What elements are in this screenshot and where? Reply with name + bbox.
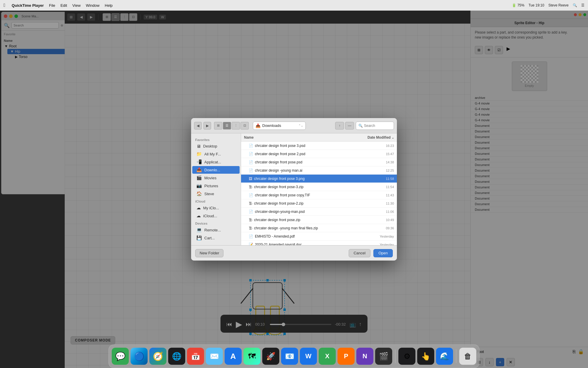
sidebar-item-my-icloud[interactable]: ☁ My iClo... [192, 204, 240, 212]
file-name-5: chrcater design front pose-3.zip [254, 185, 353, 189]
cart-icon: 💾 [196, 235, 202, 241]
menu-help[interactable]: Help [105, 3, 113, 8]
dock-separator [395, 349, 395, 363]
dialog-content[interactable]: Name Date Modified ⌄ 📄 chrcater design f… [241, 133, 397, 245]
dock-excel[interactable]: X [319, 348, 336, 365]
new-folder-button[interactable]: New Folder [195, 249, 223, 257]
file-date-2: 14:38 [353, 160, 394, 164]
dialog-view-list[interactable]: ☰ [223, 122, 231, 130]
dock-outlook[interactable]: 📧 [281, 348, 298, 365]
file-row-1[interactable]: 📄 chrcater design front pose 2.psd 15:47 [241, 150, 397, 158]
dock-launchpad[interactable]: 🚀 [262, 348, 279, 365]
file-name-1: chrcater design front pose 2.psd [255, 152, 353, 156]
file-name-8: chrcater-design-young-man.psd [255, 210, 353, 214]
remote-icon: 💻 [196, 227, 202, 233]
dialog-view-col[interactable]: ⋮ [232, 122, 240, 130]
dialog-back-btn[interactable]: ◀ [194, 122, 202, 130]
file-name-10: chrcater design -young man final files.z… [254, 226, 353, 230]
applications-icon: 📲 [196, 159, 202, 165]
file-row-6[interactable]: 📄 chrcater design front pose copy.TIF 11… [241, 191, 397, 199]
sidebar-item-steve[interactable]: 🏠 Steve [192, 190, 240, 198]
dock-appstore[interactable]: A [225, 348, 242, 365]
sidebar-item-remote[interactable]: 💻 Remote... [192, 226, 240, 234]
file-row-2[interactable]: 📄 chrcater design front pose.psd 14:38 [241, 158, 397, 166]
menu-file[interactable]: File [49, 3, 55, 8]
dock-calendar[interactable]: 📅 [187, 348, 204, 365]
menu-bar:  QuickTime Player File Edit View Window… [0, 0, 588, 11]
sidebar-item-desktop[interactable]: 🖥 Desktop [192, 142, 240, 150]
file-row-3[interactable]: 📄 chrcater design -young man.ai 12:25 [241, 166, 397, 175]
dock-mail[interactable]: ✉️ [206, 348, 223, 365]
file-name-12: 2020-21 Amended payroll.doc [255, 243, 353, 246]
sidebar-item-cart[interactable]: 💾 Cart... [192, 234, 240, 242]
apple-menu[interactable]:  [4, 3, 5, 8]
menu-window[interactable]: Window [86, 3, 99, 8]
file-date-6: 11:43 [353, 193, 394, 197]
dock-maps[interactable]: 🗺 [243, 348, 260, 365]
file-row-8[interactable]: 📄 chrcater-design-young-man.psd 11:06 [241, 208, 397, 216]
dock-preferences[interactable]: ⚙ [398, 348, 415, 365]
file-row-0[interactable]: 📄 chrcater design front pose 3.psd 16:23 [241, 142, 397, 150]
dock-imovie[interactable]: 🎬 [375, 348, 392, 365]
cancel-button[interactable]: Cancel [349, 249, 370, 257]
dialog-search[interactable]: 🔍 [356, 122, 394, 130]
sidebar-item-applications[interactable]: 📲 Applicat... [192, 158, 240, 166]
col-sort-arrow[interactable]: ⌄ [392, 136, 394, 139]
file-date-3: 12:25 [353, 169, 394, 172]
dock-powerpoint[interactable]: P [338, 348, 355, 365]
sidebar-item-downloads[interactable]: 📥 Downlo... [192, 166, 240, 174]
dock-trash[interactable]: 🗑 [459, 348, 476, 365]
dock-chrome[interactable]: 🌐 [168, 348, 185, 365]
dialog-more-btn[interactable]: — [345, 122, 354, 130]
icloud-drive-icon: ☁ [196, 213, 201, 218]
dialog-location: 📥 Downloads ⌃⌄ [253, 122, 331, 130]
file-icon-7: 🗜 [249, 201, 252, 205]
open-button[interactable]: Open [373, 249, 393, 257]
file-icon-5: 🗜 [249, 185, 252, 189]
sidebar-item-my-icloud-label: My iClo... [203, 206, 219, 210]
file-row-12[interactable]: 📝 2020-21 Amended payroll.doc Yesterday [241, 241, 397, 245]
menubar-control-icon[interactable]: ☰ [581, 3, 584, 7]
menu-edit[interactable]: Edit [61, 3, 67, 8]
sidebar-item-icloud-drive[interactable]: ☁ iCloud... [192, 212, 240, 220]
dock-word[interactable]: W [300, 348, 317, 365]
file-name-7: chrcater design front pose-2.zip [254, 201, 353, 205]
dock-safari[interactable]: 🧭 [149, 348, 166, 365]
menu-view[interactable]: View [72, 3, 81, 8]
file-row-9[interactable]: 🗜 chrcater design front pose.zip 10:49 [241, 216, 397, 224]
sidebar-item-movies[interactable]: 🎬 Movies [192, 174, 240, 182]
dock-messages[interactable]: 💬 [112, 348, 129, 365]
file-row-4[interactable]: 🖼 chrcater design front pose 3.png 11:58 [241, 175, 397, 183]
dock-touchid[interactable]: 👆 [417, 348, 434, 365]
file-row-5[interactable]: 🗜 chrcater design front pose-3.zip 11:54 [241, 183, 397, 191]
file-row-7[interactable]: 🗜 chrcater design front pose-2.zip 11:30 [241, 199, 397, 208]
file-icon-4: 🖼 [249, 177, 252, 181]
file-icon-10: 🗜 [249, 226, 252, 230]
dialog-location-box[interactable]: 📥 Downloads ⌃⌄ [253, 122, 306, 130]
file-icon-8: 📄 [249, 210, 253, 214]
sidebar-item-all-files[interactable]: 📁 All My F... [192, 150, 240, 158]
sidebar-item-movies-label: Movies [204, 176, 216, 180]
dock-onenote[interactable]: N [356, 348, 373, 365]
dock-mercury[interactable]: 🌊 [436, 348, 453, 365]
devices-label: Devices [191, 220, 241, 226]
dialog-view-icon[interactable]: ⊞ [214, 122, 222, 130]
dialog-sidebar: Favorites 🖥 Desktop 📁 All My F... 📲 Appl… [191, 133, 241, 245]
menubar-search-icon[interactable]: 🔍 [573, 3, 577, 7]
file-row-11[interactable]: 📄 EMHISTD - Amended.pdf Yesterday [241, 232, 397, 241]
sidebar-item-pictures[interactable]: 📷 Pictures [192, 182, 240, 190]
dialog-search-input[interactable] [364, 124, 387, 128]
dialog-view-cover[interactable]: ⊡ [240, 122, 249, 130]
file-icon-6: 📄 [249, 193, 253, 197]
file-row-10[interactable]: 🗜 chrcater design -young man final files… [241, 224, 397, 232]
sidebar-item-applications-label: Applicat... [204, 160, 221, 164]
sidebar-item-remote-label: Remote... [204, 228, 221, 232]
file-date-4: 11:58 [353, 177, 394, 180]
desktop-icon: 🖥 [196, 144, 201, 149]
dock-finder[interactable]: 🔵 [131, 348, 148, 365]
file-date-5: 11:54 [353, 185, 394, 189]
dialog-forward-btn[interactable]: ▶ [203, 122, 211, 130]
downloads-folder-icon: 📥 [255, 123, 260, 128]
file-date-11: Yesterday [353, 235, 394, 238]
dialog-share-btn[interactable]: ↑ [335, 122, 344, 130]
